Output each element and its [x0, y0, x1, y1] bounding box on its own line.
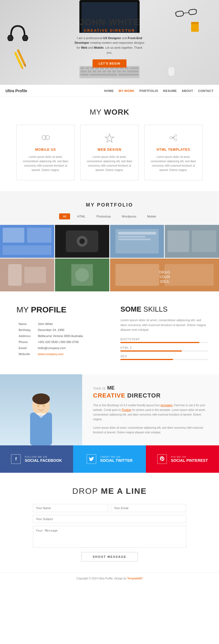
facebook-network-label: SOCIAL FACEBOOK [25, 458, 62, 463]
portfolio-filters: All HTML Photoshop Wordpress Mobile [0, 213, 219, 219]
nav-about[interactable]: ABOUT [182, 89, 193, 92]
social-bar: f FOLLOW ME ON SOCIAL FACEBOOK TWEET ME … [0, 445, 219, 473]
profile-value-name: John White [36, 321, 104, 327]
portfolio-img-3 [110, 225, 164, 258]
html-templates-icon [150, 133, 197, 144]
hero-mouse-decor [168, 66, 175, 78]
skill-html5-bar-bg [120, 350, 208, 352]
portfolio-item-1[interactable] [0, 225, 54, 258]
skill-seo: SEO [120, 355, 208, 360]
nav-portfolio[interactable]: PORTFOLIO [139, 89, 158, 92]
about-text2: Lorem ipsum dolor sit amet, consectetuer… [93, 425, 208, 435]
portfolio-item-2[interactable] [55, 225, 109, 258]
about-content: THIS IS ME CREATIVE DIRECTOR This is fre… [82, 374, 219, 445]
svg-rect-64 [118, 236, 145, 237]
svg-marker-46 [105, 134, 114, 142]
skill-bootstrap-label: BOOTSTRAP [120, 338, 208, 341]
profile-row-phone: Phone +001 020 0540 | 000 080 0760 [16, 339, 104, 345]
nav-home[interactable]: HOME [104, 89, 114, 92]
about-director-label: DIRECTOR [127, 392, 161, 399]
templates-link[interactable]: templates [161, 404, 172, 407]
about-section: THIS IS ME CREATIVE DIRECTOR This is fre… [0, 374, 219, 445]
hero-title: CREATIVE DIRECTOR [74, 28, 145, 33]
svg-rect-67 [168, 230, 189, 252]
pinterest-network-label: SOCIAL PINTEREST [171, 458, 208, 463]
templatemo-link[interactable]: TemplateMO [127, 577, 143, 580]
portfolio-img-2 [55, 225, 109, 258]
svg-point-85 [37, 404, 40, 407]
work-card-html-desc: Lorem ipsum dolor sit amet, consectetuer… [150, 155, 197, 172]
svg-point-2 [8, 35, 13, 41]
social-facebook[interactable]: f FOLLOW ME ON SOCIAL FACEBOOK [0, 445, 73, 473]
skill-seo-label: SEO [120, 355, 208, 358]
work-card-web-design-title: WEB DESIGN [86, 148, 133, 152]
svg-rect-34 [107, 70, 111, 72]
filter-mobile[interactable]: Mobile [143, 213, 160, 219]
skill-seo-bar-bg [120, 359, 208, 360]
svg-point-47 [170, 137, 172, 139]
portfolio-item-7[interactable]: DRAG YOUR IDEA [110, 259, 219, 291]
svg-rect-76 [115, 264, 159, 286]
social-pinterest-text: PIN ME ON SOCIAL PINTEREST [171, 456, 208, 463]
svg-rect-55 [27, 228, 51, 243]
hero-headphones-decor [5, 22, 30, 48]
footer: Copyright © 2014 Ultra Profile. Design b… [0, 572, 219, 584]
lets-begin-button[interactable]: Let's Begin [93, 59, 126, 68]
svg-rect-40 [90, 74, 117, 76]
hero-name: JOHN WHITE [74, 17, 145, 27]
contact-form: SHOOT MESSAGE [33, 504, 186, 561]
portfolio-item-5[interactable] [0, 259, 54, 291]
pixabay-link[interactable]: Pixabay [122, 408, 132, 411]
my-work-title: MY WORK [16, 108, 203, 117]
svg-line-6 [183, 13, 189, 13]
profile-skills-section: MY PROFILE Name John White Birthday Dece… [0, 291, 219, 374]
svg-text:IDEA: IDEA [160, 279, 169, 284]
profile-row-website: Website www.company.com [16, 351, 104, 357]
portfolio-section: MY PORTFOLIO All HTML Photoshop Wordpres… [0, 191, 219, 291]
profile-table: Name John White Birthday December 24, 19… [16, 321, 104, 357]
svg-rect-4 [175, 11, 184, 17]
svg-rect-30 [88, 70, 91, 72]
about-text1: This is free Bootstrap v3.3.4 mobile fri… [93, 403, 208, 422]
navbar-brand: Ultra Profile [5, 89, 104, 93]
nav-contact[interactable]: CONTACT [198, 89, 214, 92]
svg-point-86 [42, 404, 45, 407]
website-link[interactable]: www.company.com [38, 352, 64, 356]
filter-all[interactable]: All [59, 213, 70, 219]
profile-value-email: hello@company.com [36, 345, 104, 351]
nav-resume[interactable]: RESUME [163, 89, 177, 92]
skills-description: Lorem ipsum dolor sit amet, consectetuer… [120, 318, 208, 332]
portfolio-item-6[interactable] [55, 259, 109, 291]
social-pinterest[interactable]: PIN ME ON SOCIAL PINTEREST [146, 445, 219, 473]
navbar: Ultra Profile HOME MY WORK PORTFOLIO RES… [0, 85, 219, 97]
contact-name-input[interactable] [33, 504, 108, 512]
svg-line-7 [175, 12, 175, 13]
social-twitter[interactable]: TWEET ME ON SOCIAL TWITTER [73, 445, 146, 473]
svg-rect-32 [97, 70, 101, 72]
portfolio-img-5 [0, 259, 54, 291]
svg-rect-33 [102, 70, 106, 72]
work-card-mobile-ux-title: MOBILE UX [22, 148, 69, 152]
contact-subject-input[interactable] [33, 515, 186, 523]
skill-html5-bar-fill [120, 350, 182, 352]
portfolio-item-4[interactable] [165, 225, 219, 258]
portfolio-item-3[interactable] [110, 225, 164, 258]
svg-rect-31 [93, 70, 96, 72]
svg-rect-63 [118, 232, 156, 234]
profile-title: MY PROFILE [16, 305, 104, 314]
filter-wordpress[interactable]: Wordpress [118, 213, 140, 219]
work-card-mobile-ux-desc: Lorem ipsum dolor sit amet, consectetuer… [22, 155, 69, 172]
nav-my-work[interactable]: MY WORK [119, 89, 135, 92]
contact-submit-button[interactable]: SHOOT MESSAGE [81, 552, 137, 561]
contact-message-input[interactable] [33, 526, 186, 548]
svg-text:YOUR: YOUR [159, 275, 170, 279]
footer-text: Copyright © 2014 Ultra Profile. Design b… [76, 577, 143, 580]
filter-photoshop[interactable]: Photoshop [93, 213, 115, 219]
work-card-mobile-ux: MOBILE UX Lorem ipsum dolor sit amet, co… [16, 125, 75, 180]
profile-row-address: Address Melbourne Victoria 3000 Australi… [16, 333, 104, 339]
contact-email-input[interactable] [111, 504, 186, 512]
filter-html[interactable]: HTML [73, 213, 89, 219]
profile-label-email: Email [16, 345, 36, 351]
about-image [0, 374, 82, 445]
svg-rect-70 [8, 264, 22, 286]
